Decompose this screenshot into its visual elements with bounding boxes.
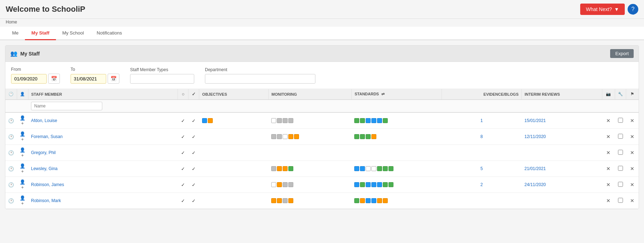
row-checkbox[interactable] [618,166,623,171]
row-delete-btn2[interactable]: ✕ [629,133,636,140]
staff-name-link[interactable]: Foreman, Susan [31,134,63,139]
monitoring-cell [268,129,351,145]
staff-name-link[interactable]: Afdon, Louise [31,118,57,123]
name-filter-input[interactable] [31,102,102,110]
row-clock-icon[interactable]: 🕐 [8,166,14,171]
evidence-count[interactable]: 1 [480,118,483,123]
color-square [277,166,282,171]
color-square [366,166,371,171]
row-clock-icon[interactable]: 🕐 [8,182,14,187]
flag-cell: ✕ [626,161,639,177]
tab-me[interactable]: Me [6,27,25,40]
color-square [294,134,299,139]
breadcrumb-home[interactable]: Home [6,20,17,25]
row-delete-btn1[interactable]: ✕ [605,149,612,156]
color-square [288,182,293,187]
add-person-icon[interactable]: 👤+ [20,147,25,158]
evidence-count[interactable]: 8 [480,134,483,139]
row-clock-icon[interactable]: 🕐 [8,198,14,204]
row-delete-btn1[interactable]: ✕ [605,133,612,140]
tab-notifications[interactable]: Notifications [90,27,128,40]
row-clock-icon[interactable]: 🕐 [8,118,14,123]
flag-icon: ⚑ [630,92,634,96]
table-header-row: 🕐 👤 Staff Member ○ ✓ [5,89,639,100]
to-calendar-button[interactable]: 📅 [108,74,119,84]
to-date-input[interactable] [71,74,106,84]
row-delete-btn2[interactable]: ✕ [629,117,636,124]
row-checkbox[interactable] [618,198,623,203]
row-delete-btn2[interactable]: ✕ [629,197,636,204]
from-date-input[interactable] [11,74,47,84]
row-delete-btn1[interactable]: ✕ [605,165,612,172]
interim-date[interactable]: 24/11/2020 [524,182,546,187]
evidence-count[interactable]: 2 [480,182,483,187]
row-delete-btn1[interactable]: ✕ [605,117,612,124]
staff-name-link[interactable]: Gregory, Phil [31,150,56,155]
evidence-cell [442,193,521,209]
staff-name-link[interactable]: Robinson, Mark [31,198,61,203]
staff-name-cell: Foreman, Susan [28,129,178,145]
my-staff-panel: 👥 My Staff Export From 📅 To 📅 [5,45,639,209]
row-clock-icon[interactable]: 🕐 [8,134,14,139]
tab-my-school[interactable]: My School [56,27,91,40]
add-person-cell: 👤+ [17,177,28,193]
row-checkbox[interactable] [618,150,623,155]
from-filter: From 📅 [11,67,60,84]
staff-name-cell: Afdon, Louise [28,112,178,129]
to-label: To [71,67,119,72]
monitoring-squares [271,166,349,171]
row-delete-btn2[interactable]: ✕ [629,165,636,172]
staff-name-link[interactable]: Robinson, James [31,182,64,187]
color-square [371,198,376,203]
from-calendar-button[interactable]: 📅 [48,74,60,84]
add-person-icon[interactable]: 👤+ [20,195,25,206]
row-checkbox[interactable] [618,182,623,187]
row-checkbox[interactable] [618,118,623,123]
cam-cell: ✕ [602,193,615,209]
row-delete-btn1[interactable]: ✕ [605,197,612,204]
evidence-count[interactable]: 5 [480,166,483,171]
department-input[interactable] [205,74,315,84]
color-square [383,198,388,203]
th-tool: 🔧 [615,89,626,100]
check1-icon: ✓ [181,166,185,171]
check1-icon: ✓ [181,118,185,123]
check2-icon: ✓ [192,134,196,139]
what-next-button[interactable]: What Next? ▼ [580,4,625,15]
add-person-icon[interactable]: 👤+ [20,115,25,126]
export-button[interactable]: Export [610,49,634,58]
help-icon: ? [632,6,635,12]
interim-date[interactable]: 12/11/2020 [524,134,546,139]
panel-header-left: 👥 My Staff [10,50,40,57]
row-delete-btn2[interactable]: ✕ [629,149,636,156]
app-title: Welcome to SchooliP [6,5,85,14]
row-delete-btn2[interactable]: ✕ [629,181,636,188]
row-checkbox[interactable] [618,134,623,139]
staff-name-link[interactable]: Lewsley, Gina [31,166,57,171]
color-square [377,118,382,123]
interim-cell: 21/01/2021 [521,161,602,177]
tab-my-staff[interactable]: My Staff [25,27,56,40]
interim-date[interactable]: 15/01/2021 [524,118,546,123]
staff-name-cell: Gregory, Phil [28,145,178,161]
add-person-icon[interactable]: 👤+ [20,131,25,142]
check1-cell: ✓ [178,145,189,161]
staff-type-input[interactable] [130,74,194,84]
row-clock-icon[interactable]: 🕐 [8,150,14,155]
add-person-icon[interactable]: 👤+ [20,179,25,190]
clock-cell: 🕐 [5,129,17,145]
tool-cell [615,193,626,209]
interim-cell: 24/11/2020 [521,177,602,193]
help-button[interactable]: ? [628,4,638,15]
evidence-cell [442,145,521,161]
color-square [388,166,393,171]
row-delete-btn1[interactable]: ✕ [605,181,612,188]
add-person-icon[interactable]: 👤+ [20,163,25,174]
interim-date[interactable]: 21/01/2021 [524,166,546,171]
color-square [366,134,371,139]
standards-cell [351,193,442,209]
tool-cell [615,112,626,129]
color-square [360,166,365,171]
color-square [360,134,365,139]
camera-icon: 📷 [606,92,611,96]
